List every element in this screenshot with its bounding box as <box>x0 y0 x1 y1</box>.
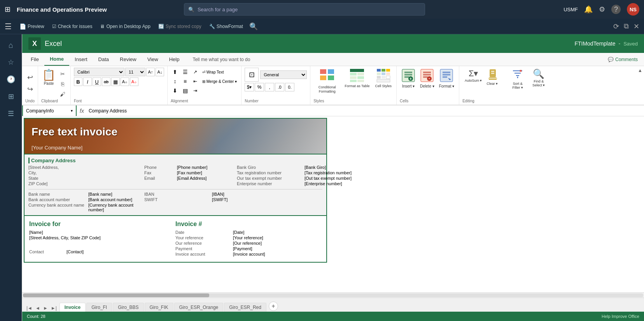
border-btn[interactable]: ▦ <box>111 77 120 86</box>
h-scroll-track[interactable] <box>23 293 643 297</box>
sidebar-icon-recent[interactable]: 🕐 <box>3 72 19 87</box>
formula-input[interactable] <box>87 108 644 114</box>
comma-btn[interactable]: ‚ <box>265 83 274 91</box>
user-avatar[interactable]: NS <box>627 3 639 16</box>
grid-icon[interactable]: ⊞ <box>5 5 10 14</box>
sidebar-icon-list[interactable]: ☰ <box>3 106 19 121</box>
align-bottom-btn[interactable]: ⬇ <box>171 86 179 95</box>
sidebar-icon-home[interactable]: ⌂ <box>3 37 19 53</box>
formula-fx-icon[interactable]: fx <box>77 108 87 114</box>
comments-btn[interactable]: 💬 Comments <box>605 55 641 64</box>
font-increase-btn[interactable]: A↑ <box>146 68 155 76</box>
search-box[interactable]: 🔍 Search for a page <box>184 3 425 16</box>
italic-btn[interactable]: I <box>83 77 92 86</box>
sheet-nav-last[interactable]: ►| <box>50 305 58 312</box>
collapse-ribbon-btn[interactable]: ▲ <box>636 66 644 75</box>
sync-btn[interactable]: 🔄 Sync stored copy <box>155 22 205 31</box>
paste-btn[interactable]: 📋 Paste <box>41 68 56 86</box>
h-scroll-thumb[interactable] <box>23 293 209 297</box>
bell-icon[interactable]: 🔔 <box>584 5 593 14</box>
sheet-nav-next[interactable]: ► <box>42 305 49 312</box>
tab-giro-bbs[interactable]: Giro_BBS <box>113 303 144 312</box>
tab-home[interactable]: Home <box>44 53 69 66</box>
tab-giro-fik[interactable]: Giro_FIK <box>145 303 173 312</box>
tab-invoice[interactable]: Invoice <box>60 303 86 312</box>
format-painter-btn[interactable]: 🖌 <box>58 89 67 99</box>
tab-data[interactable]: Data <box>93 53 114 65</box>
align-right-btn[interactable]: ▤ <box>181 86 189 95</box>
conditional-formatting-btn[interactable]: Conditional Formatting <box>313 68 341 95</box>
restore-icon[interactable]: ⟳ <box>613 22 619 31</box>
strikethrough-btn[interactable]: ab <box>102 77 110 86</box>
tab-giro-fi[interactable]: Giro_FI <box>86 303 112 312</box>
sidebar-icon-star[interactable]: ☆ <box>3 54 19 70</box>
svg-rect-20 <box>377 79 390 82</box>
sheet-nav-first[interactable]: |◄ <box>25 305 33 312</box>
redo-btn[interactable]: ↪ <box>24 84 35 95</box>
formula-bar: CompanyInfo ▾ fx <box>22 105 644 116</box>
merge-cell-btn[interactable]: ⊡ <box>245 68 259 82</box>
name-box[interactable]: CompanyInfo ▾ <box>22 105 77 116</box>
indent-decrease-btn[interactable]: ⇤ <box>191 77 200 86</box>
currency-btn[interactable]: $▾ <box>245 83 254 91</box>
undo-btn[interactable]: ↩ <box>24 72 35 83</box>
excel-header: X Excel FTIModTemplate - Saved <box>22 34 644 53</box>
orientation-btn[interactable]: ↗ <box>191 68 200 76</box>
tab-insert[interactable]: Insert <box>69 53 93 65</box>
insert-cells-btn[interactable]: + Insert ▾ <box>400 68 417 89</box>
tab-file[interactable]: File <box>25 53 44 65</box>
merge-btn[interactable]: ⊞ Merge & Center ▾ <box>201 77 238 86</box>
wrap-text-btn[interactable]: ⏎ Wrap Text <box>201 68 238 76</box>
delete-cells-btn[interactable]: - Delete ▾ <box>418 68 436 89</box>
check-issues-btn[interactable]: ☑ Check for issues <box>49 22 96 31</box>
font-size-select[interactable]: 11 <box>125 68 145 76</box>
underline-btn[interactable]: U <box>93 77 101 86</box>
align-top-btn[interactable]: ⬆ <box>171 68 179 76</box>
bank-account-value: [Bank account number] <box>88 197 143 202</box>
format-table-btn[interactable]: Format as Table <box>343 68 371 89</box>
clear-btn[interactable]: Clear ▾ <box>485 68 507 86</box>
show-format-btn[interactable]: 🔧 ShowFormat <box>206 22 246 31</box>
window-icon[interactable]: ⧉ <box>624 22 629 31</box>
align-left-btn[interactable]: ☰ <box>181 68 189 76</box>
sort-filter-btn[interactable]: Sort &Filter ▾ <box>508 68 528 90</box>
tab-help[interactable]: Help <box>164 53 185 65</box>
indent-increase-btn[interactable]: ⇥ <box>191 86 200 95</box>
autosum-btn[interactable]: Σ▾ AutoSum ▾ <box>462 68 484 83</box>
cell-styles-btn[interactable]: Cell Styles <box>374 68 394 89</box>
tab-review[interactable]: Review <box>114 53 142 65</box>
tax-exempt-label: Our tax exempt number <box>237 176 303 181</box>
name-box-dropdown[interactable]: ▾ <box>71 109 73 113</box>
toolbar-search-icon[interactable]: 🔍 <box>249 22 258 31</box>
copy-btn[interactable]: ⎘ <box>58 79 67 89</box>
sheet-nav-prev[interactable]: ◄ <box>34 305 41 312</box>
tab-view[interactable]: View <box>142 53 164 65</box>
preview-btn[interactable]: 📄 Preview <box>16 22 47 31</box>
percent-btn[interactable]: % <box>255 83 264 91</box>
bold-btn[interactable]: B <box>74 77 82 86</box>
align-center-btn[interactable]: ≡ <box>181 77 189 86</box>
help-icon[interactable]: ? <box>611 5 621 14</box>
font-color-btn[interactable]: A⬦ <box>130 77 138 86</box>
format-cells-btn[interactable]: Format ▾ <box>438 68 456 89</box>
tab-giro-esr-orange[interactable]: Giro_ESR_Orange <box>174 303 224 312</box>
close-icon[interactable]: ✕ <box>634 22 639 31</box>
font-family-select[interactable]: Calibri <box>74 68 124 76</box>
scroll-area[interactable]: Free text invoice [Your Company Name] Co… <box>22 116 644 292</box>
cut-btn[interactable]: ✂ <box>58 69 67 79</box>
font-decrease-btn[interactable]: A↓ <box>156 68 164 76</box>
tell-me[interactable]: Tell me what you want to do <box>192 57 605 62</box>
align-middle-btn[interactable]: ↕ <box>171 77 179 86</box>
hamburger-icon[interactable]: ☰ <box>5 22 12 31</box>
open-desktop-btn[interactable]: 🖥 Open in Desktop App <box>97 22 153 31</box>
improve-office-link[interactable]: Help Improve Office <box>602 314 639 319</box>
tab-giro-esr-red[interactable]: Giro_ESR_Red <box>224 303 266 312</box>
find-select-btn[interactable]: 🔍 Find &Select ▾ <box>528 68 549 88</box>
add-sheet-btn[interactable]: + <box>269 302 278 311</box>
fill-color-btn[interactable]: A⬦ <box>121 77 129 86</box>
increase-decimal-btn[interactable]: .0 <box>275 83 284 91</box>
decrease-decimal-btn[interactable]: 0. <box>285 83 294 91</box>
gear-icon[interactable]: ⚙ <box>599 5 605 14</box>
sidebar-icon-table[interactable]: ⊞ <box>3 89 19 104</box>
number-format-select[interactable]: General <box>260 70 307 79</box>
